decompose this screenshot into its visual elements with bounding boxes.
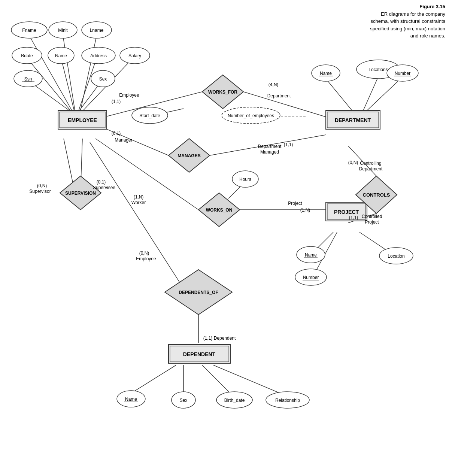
svg-line-29 <box>90 142 183 288</box>
emp-sex-attr: Sex <box>99 76 107 82</box>
svg-line-12 <box>363 77 378 110</box>
locations-attr: Locations <box>368 67 388 72</box>
constraint-1n-project: (1,N) <box>300 207 310 213</box>
relationship-attr: Relationship <box>275 398 300 403</box>
role-controlling-dept: Controlling <box>360 161 381 166</box>
dept-number-attr: Number <box>395 71 411 76</box>
supervision-label: SUPERVISION <box>65 191 96 196</box>
minit-attr: Minit <box>58 28 68 33</box>
constraint-11-controlled: (1,1) <box>349 215 358 220</box>
svg-line-34 <box>213 365 285 395</box>
role-worker: Worker <box>131 200 146 205</box>
role-dept: Department <box>359 166 383 172</box>
bdate-attr: Bdate <box>21 53 33 58</box>
constraint-01-manager: (0,1) <box>112 131 121 136</box>
hours-attr: Hours <box>239 177 251 182</box>
constraint-11-dept-managed: (1,1) <box>284 142 293 147</box>
role-supervisor: Supervisor <box>29 189 51 194</box>
works-for-label: WORKS_FOR <box>208 90 237 95</box>
role-managed: Managed <box>260 149 279 155</box>
svg-line-14 <box>367 79 401 110</box>
employee-entity-label: EMPLOYEE <box>68 117 97 123</box>
dept-name-attr: Name <box>320 71 332 76</box>
location-attr: Location <box>388 254 404 259</box>
constraint-1n-worker: (1,N) <box>134 194 144 200</box>
start-date-attr: Start_date <box>139 113 160 118</box>
constraint-0n-supervisor: (0,N) <box>37 183 47 188</box>
fname-attr: Fname <box>22 28 36 33</box>
role-project: Project <box>365 219 379 225</box>
role-employee-works-on: Employee <box>136 256 156 261</box>
role-project-works-on: Project <box>288 201 302 206</box>
dep-name-attr: Name <box>125 397 137 402</box>
role-department-works-for: Department <box>267 93 291 98</box>
ssn-attr: Ssn <box>24 76 32 82</box>
role-supervisee: Supervisee <box>93 185 115 190</box>
diagram-container: Figure 3.15 ER diagrams for the companys… <box>0 0 449 476</box>
svg-line-33 <box>202 365 232 395</box>
address-attr: Address <box>90 53 107 58</box>
er-diagram-svg: EMPLOYEE DEPARTMENT PROJECT DEPENDENT WO… <box>0 0 449 476</box>
dep-sex-attr: Sex <box>180 398 188 403</box>
lname-attr: Lname <box>90 28 104 33</box>
role-manager: Manager <box>115 137 132 143</box>
role-controlled: Controlled <box>362 214 382 219</box>
emp-name-attr: Name <box>55 53 67 58</box>
constraint-11-dependent: (1,1) <box>203 336 213 341</box>
constraint-0n-employee-works-on: (0,N) <box>139 251 149 256</box>
constraint-0n-controlling: (0,N) <box>348 160 358 165</box>
proj-number-attr: Number <box>303 275 319 280</box>
salary-attr: Salary <box>128 53 141 58</box>
role-dept-managed: Department <box>258 144 282 149</box>
role-employee-works-for: Employee <box>119 93 139 98</box>
manages-label: MANAGES <box>178 153 200 158</box>
svg-line-13 <box>326 79 352 110</box>
svg-line-31 <box>131 365 176 393</box>
constraint-11-employee: (1,1) <box>112 99 121 104</box>
proj-name-attr: Name <box>305 252 317 258</box>
num-employees-attr: Number_of_employees <box>228 113 274 118</box>
controls-label: CONTROLS <box>363 192 390 198</box>
constraint-4n: (4,N) <box>269 82 279 87</box>
role-dependent: Dependent <box>214 336 236 341</box>
project-entity-label: PROJECT <box>334 209 359 215</box>
department-entity-label: DEPARTMENT <box>335 117 371 123</box>
constraint-01-supervisee: (0,1) <box>97 179 106 185</box>
works-on-label: WORKS_ON <box>206 207 233 213</box>
birth-date-attr: Birth_date <box>224 398 245 403</box>
dependent-entity-label: DEPENDENT <box>183 351 216 357</box>
dependents-of-label: DEPENDENTS_OF <box>179 290 218 295</box>
